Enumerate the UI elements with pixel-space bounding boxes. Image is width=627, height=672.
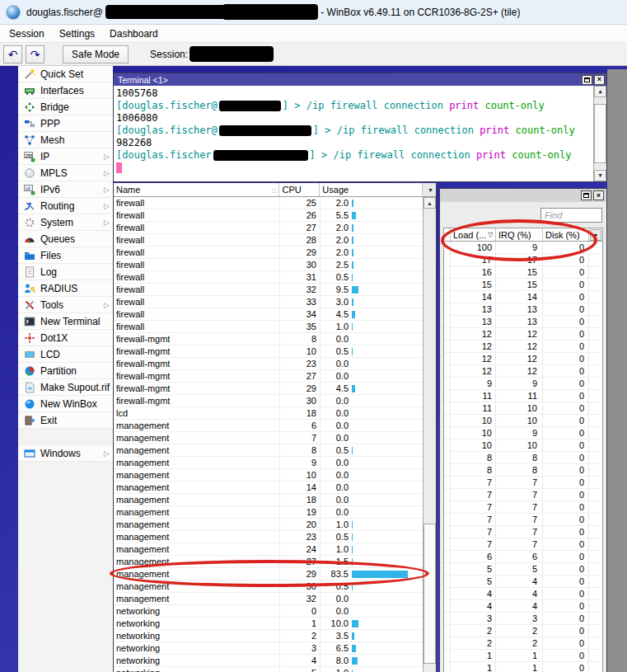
cpu-core-row[interactable]: 770	[444, 489, 602, 501]
process-row[interactable]: firewall-mgmt80.0	[114, 333, 423, 345]
process-row[interactable]: firewall282.0	[114, 234, 423, 247]
sidebar-item-system[interactable]: System▷	[18, 214, 113, 231]
cpu-core-row[interactable]: 330	[444, 613, 602, 625]
cpu-core-row[interactable]: 16150	[444, 266, 602, 279]
cpu-core-row[interactable]: 770	[444, 477, 602, 489]
cpu-core-row[interactable]: 880	[444, 464, 602, 477]
cpu-core-row[interactable]: 11100	[444, 402, 602, 415]
process-row[interactable]: management320.0	[114, 593, 423, 605]
cpu-core-row[interactable]: 10100	[444, 415, 602, 427]
maximize-button[interactable]	[582, 75, 592, 85]
sidebar-item-quick-set[interactable]: Quick Set	[18, 66, 113, 82]
process-row[interactable]: firewall310.5	[114, 271, 423, 284]
process-row[interactable]: firewall252.0	[114, 197, 423, 209]
cpu-core-row[interactable]: 770	[444, 526, 602, 538]
process-row[interactable]: management230.5	[114, 531, 423, 543]
sidebar-item-tools[interactable]: Tools▷	[18, 297, 113, 313]
cpu-core-row[interactable]: 770	[444, 538, 602, 551]
process-row[interactable]: management2983.5	[114, 568, 423, 580]
sidebar-item-exit[interactable]: Exit	[18, 412, 113, 429]
column-header-disk[interactable]: Disk (%)	[543, 228, 589, 241]
sidebar-item-queues[interactable]: Queues	[18, 231, 113, 247]
cpu-core-row[interactable]: 550	[444, 563, 602, 576]
process-row[interactable]: firewall-mgmt270.0	[114, 370, 423, 383]
cpu-core-row[interactable]: 770	[444, 514, 602, 526]
terminal-titlebar[interactable]: Terminal <1> ×	[114, 73, 606, 86]
close-icon[interactable]: ×	[593, 190, 604, 200]
sidebar-item-log[interactable]: Log	[18, 264, 113, 280]
process-row[interactable]: management80.5	[114, 444, 423, 457]
close-icon[interactable]: ×	[594, 75, 605, 85]
cpu-core-row[interactable]: 10100	[444, 439, 602, 452]
process-row[interactable]: firewall-mgmt300.0	[114, 395, 423, 407]
process-row[interactable]: lcd180.0	[114, 407, 423, 420]
process-row[interactable]: management201.0	[114, 519, 423, 531]
sidebar-item-files[interactable]: Files	[18, 247, 113, 264]
terminal-scrollbar[interactable]: ▲ ▼	[593, 86, 606, 181]
cpu-core-row[interactable]: 12120	[444, 353, 602, 365]
scroll-up-icon[interactable]: ▲	[423, 197, 436, 209]
process-row[interactable]: management60.0	[114, 420, 423, 432]
scroll-up-icon[interactable]: ▲	[594, 86, 606, 97]
process-row[interactable]: firewall302.5	[114, 259, 423, 271]
sidebar-item-partition[interactable]: Partition	[18, 363, 113, 379]
process-row[interactable]: networking23.5	[114, 630, 423, 642]
cpu-core-row[interactable]: 12120	[444, 365, 602, 378]
cpu-window-titlebar[interactable]: ×	[440, 189, 606, 202]
column-header-usage[interactable]: Usage	[320, 183, 423, 196]
process-row[interactable]: firewall265.5	[114, 209, 423, 222]
column-header-cpu[interactable]: CPU	[279, 183, 320, 196]
process-row[interactable]: management271.5	[114, 556, 423, 568]
column-header-name[interactable]: Name△	[114, 183, 279, 196]
process-row[interactable]: management180.0	[114, 494, 423, 506]
menu-dashboard[interactable]: Dashboard	[102, 26, 166, 41]
cpu-core-row[interactable]: 13130	[444, 303, 602, 316]
process-row[interactable]: firewall-mgmt294.5	[114, 383, 423, 395]
column-chooser-button[interactable]: ▼	[423, 183, 436, 196]
sidebar-item-ppp[interactable]: PPP	[18, 115, 113, 132]
scrollbar-thumb[interactable]	[423, 524, 436, 664]
cpu-core-row[interactable]: 12120	[444, 341, 602, 353]
process-scrollbar[interactable]: ▲	[423, 197, 436, 672]
sidebar-item-radius[interactable]: RADIUS	[18, 280, 113, 297]
cpu-core-row[interactable]: 990	[444, 378, 602, 390]
undo-button[interactable]: ↶	[3, 45, 22, 63]
process-row[interactable]: management140.0	[114, 482, 423, 494]
process-row[interactable]: networking110.0	[114, 618, 423, 630]
cpu-core-row[interactable]: 220	[444, 625, 602, 637]
process-row[interactable]: management100.0	[114, 469, 423, 482]
redo-button[interactable]: ↷	[26, 45, 44, 63]
cpu-core-row[interactable]: 110	[444, 662, 602, 672]
process-row[interactable]: management70.0	[114, 432, 423, 444]
column-header-load[interactable]: Load (...▽	[451, 228, 496, 241]
cpu-core-row[interactable]: 110	[444, 650, 602, 662]
process-row[interactable]: firewall329.5	[114, 284, 423, 296]
sidebar-item-mpls[interactable]: MPLS▷	[18, 165, 113, 181]
sidebar-item-dot1x[interactable]: Dot1X	[18, 330, 113, 346]
sidebar-item-mesh[interactable]: Mesh	[18, 132, 113, 148]
maximize-button[interactable]	[581, 190, 592, 200]
sidebar-item-make-supout-rif[interactable]: Make Supout.rif	[18, 379, 113, 396]
cpu-core-row[interactable]: 880	[444, 452, 602, 464]
sidebar-item-new-winbox[interactable]: New WinBox	[18, 396, 113, 412]
process-row[interactable]: firewall272.0	[114, 222, 423, 234]
process-row[interactable]: firewall351.0	[114, 321, 423, 333]
cpu-core-row[interactable]: 1090	[444, 427, 602, 439]
process-row[interactable]: management241.0	[114, 543, 423, 556]
find-input[interactable]	[540, 208, 602, 223]
sidebar-item-lcd[interactable]: LCD	[18, 346, 113, 363]
safe-mode-button[interactable]: Safe Mode	[63, 45, 129, 63]
cpu-core-row[interactable]: 440	[444, 600, 602, 613]
column-chooser-button[interactable]: ▼	[590, 229, 601, 241]
cpu-core-row[interactable]: 15150	[444, 279, 602, 291]
process-row[interactable]: firewall-mgmt230.0	[114, 358, 423, 370]
process-row[interactable]: networking36.5	[114, 642, 423, 655]
process-row[interactable]: networking00.0	[114, 605, 423, 618]
column-header-irq[interactable]: IRQ (%)	[496, 228, 543, 241]
sidebar-item-interfaces[interactable]: Interfaces	[18, 82, 113, 99]
process-row[interactable]: management190.0	[114, 506, 423, 519]
cpu-core-row[interactable]: 770	[444, 501, 602, 514]
process-row[interactable]: management300.5	[114, 580, 423, 593]
scrollbar-thumb[interactable]	[594, 104, 606, 163]
menu-settings[interactable]: Settings	[52, 26, 102, 41]
